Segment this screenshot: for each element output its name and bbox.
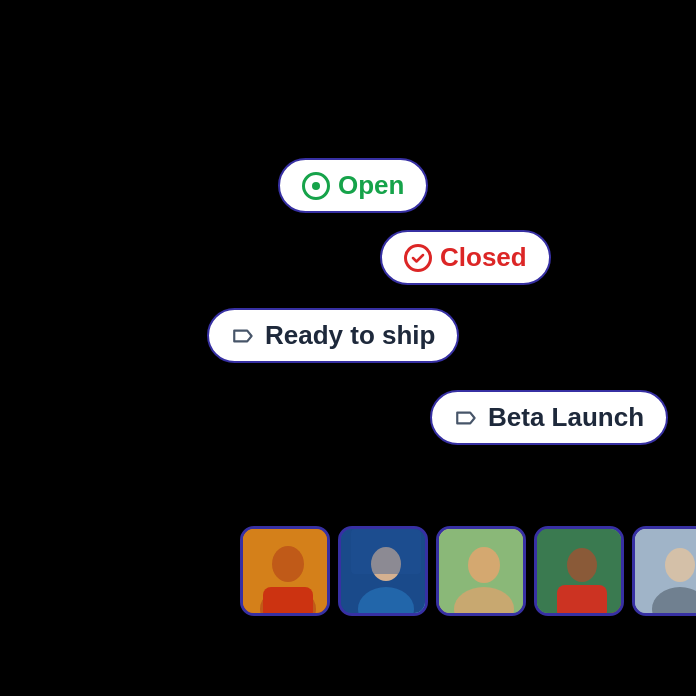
svg-point-12 [567,548,597,582]
beta-launch-badge[interactable]: Beta Launch [430,390,668,445]
open-icon [302,172,330,200]
svg-rect-3 [263,587,313,616]
svg-rect-7 [351,529,421,574]
avatar-1[interactable] [240,526,330,616]
avatar-4[interactable] [534,526,624,616]
open-badge[interactable]: Open [278,158,428,213]
svg-point-1 [272,546,304,582]
svg-rect-13 [557,585,607,616]
ready-to-ship-badge[interactable]: Ready to ship [207,308,459,363]
avatar-3[interactable] [436,526,526,616]
avatar-5[interactable] [632,526,696,616]
closed-label: Closed [440,242,527,273]
beta-label-icon [454,405,480,431]
closed-icon [404,244,432,272]
beta-label: Beta Launch [488,402,644,433]
svg-point-15 [665,548,695,582]
svg-point-9 [468,547,500,583]
avatar-2[interactable] [338,526,428,616]
closed-badge[interactable]: Closed [380,230,551,285]
ready-label: Ready to ship [265,320,435,351]
open-label: Open [338,170,404,201]
avatar-row [240,526,696,616]
ready-label-icon [231,323,257,349]
